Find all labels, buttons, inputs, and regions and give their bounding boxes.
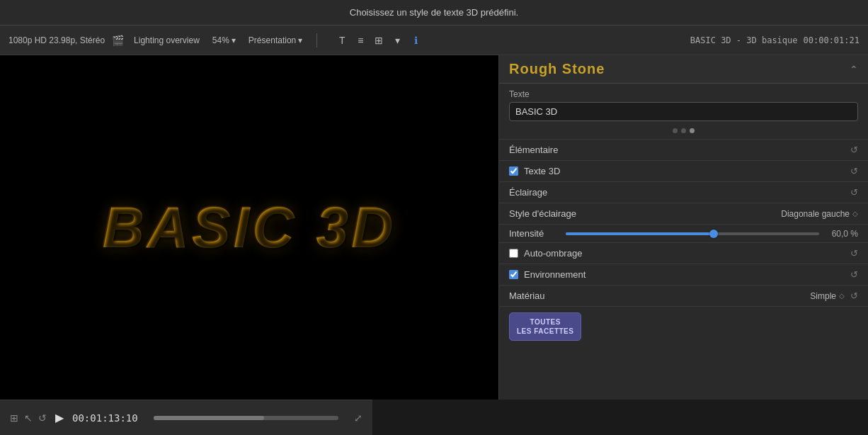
format-label: 1080p HD 23.98p, Stéréo [8,35,105,45]
texte-input[interactable] [509,102,858,121]
tooltip-text: Choisissez un style de texte 3D prédéfin… [350,7,518,18]
intensite-slider-track[interactable] [566,232,819,235]
style-eclairage-dropdown[interactable]: Diagonale gauche ◇ [781,209,858,219]
materiau-right: Simple ◇ ↺ [810,290,858,301]
intensite-slider-fill [566,232,718,235]
toolbar-left: 1080p HD 23.98p, Stéréo 🎬 Lighting overv… [8,33,690,48]
elementaire-label: Élémentaire [509,145,558,155]
intensite-row: Intensité 60,0 % [499,224,868,242]
materiau-dropdown[interactable]: Simple ◇ [810,291,845,301]
list-icon-btn[interactable]: ≡ [353,33,368,48]
play-controls: ⊞ ↖ ↺ [10,412,47,424]
auto-ombrage-label: Auto-ombrage [524,248,845,259]
environnement-row: Environnement ↺ [499,264,868,285]
auto-ombrage-row: Auto-ombrage ↺ [499,242,868,264]
eclairage-reset-icon[interactable]: ↺ [850,187,858,198]
timeline-thumb[interactable] [154,416,338,420]
panel-title: Rough Stone [509,61,605,77]
text-icon-btn[interactable]: T [334,33,350,48]
environnement-label: Environnement [524,269,845,280]
auto-ombrage-reset-icon[interactable]: ↺ [850,248,858,259]
icon-group: T ≡ ⊞ ▾ ℹ [329,33,429,48]
texte3d-checkbox[interactable] [509,166,518,176]
zoom-button[interactable]: 54% ▾ [210,34,239,47]
environnement-reset-icon[interactable]: ↺ [850,269,858,280]
materiau-label: Matériau [509,290,545,301]
play-button[interactable]: ▶ [55,411,64,424]
bottom-bar: ⊞ ↖ ↺ ▶ 00:01:13:10 ⤢ [0,400,372,435]
playback-timecode: 00:01:13:10 [72,412,138,424]
loop-icon[interactable]: ↺ [38,412,47,424]
auto-ombrage-checkbox[interactable] [509,249,518,258]
panel-content[interactable]: Texte Élémentaire ↺ Texte 3D ↺ [499,84,868,400]
dot-2[interactable] [681,128,686,133]
eclairage-label: Éclairage [509,187,547,198]
texte3d-label: Texte 3D [524,166,845,176]
materiau-arrows: ◇ [839,292,845,300]
preview-text: BASIC 3D [103,194,396,261]
toolbar-timecode: 00:00:01:21 [804,35,860,45]
top-toolbar: 1080p HD 23.98p, Stéréo 🎬 Lighting overv… [0,26,868,55]
tooltip-bar: Choisissez un style de texte 3D prédéfin… [0,0,868,26]
intensite-label: Intensité [509,228,559,239]
intensite-value: 60,0 % [826,229,858,239]
dot-1[interactable] [673,128,678,133]
toolbar-separator [316,33,317,47]
environnement-checkbox[interactable] [509,270,518,279]
expand-bottom-icon[interactable]: ⤢ [354,412,362,424]
filter-icon-btn[interactable]: ▾ [389,33,405,48]
eclairage-row: Éclairage ↺ [499,181,868,203]
texte-section-label: Texte [499,84,868,102]
intensite-slider-thumb[interactable] [709,230,718,238]
timeline-position [154,416,265,420]
presentation-button[interactable]: Présentation ▾ [246,34,305,47]
texte3d-row: Texte 3D ↺ [499,160,868,181]
clapper-icon: 🎬 [112,35,124,46]
toolbar-right: BASIC 3D - 3D basique 00:00:01:21 [690,35,860,45]
project-button[interactable]: Lighting overview [131,34,202,47]
preview-area: BASIC 3D [0,55,498,400]
bottom-button-area: TOUTES LES FACETTES [499,306,868,346]
elementaire-right: ↺ [845,145,858,155]
facettes-button[interactable]: TOUTES LES FACETTES [509,312,581,341]
materiau-reset-icon[interactable]: ↺ [850,290,858,301]
panel-expand-icon[interactable]: ⌃ [850,64,858,75]
main-content: BASIC 3D Rough Stone ⌃ Texte Élémentaire [0,55,868,400]
materiau-row: Matériau Simple ◇ ↺ [499,285,868,306]
info-icon-btn[interactable]: ℹ [408,33,423,48]
texte3d-reset-icon[interactable]: ↺ [850,166,858,176]
dots-indicator [499,125,868,139]
right-panel: Rough Stone ⌃ Texte Élémentaire ↺ [498,55,868,400]
view-icon[interactable]: ⊞ [10,412,18,424]
clip-title: BASIC 3D - 3D basique [690,35,798,45]
style-eclairage-label: Style d'éclairage [509,208,576,219]
eclairage-right: ↺ [845,187,858,198]
panel-header: Rough Stone ⌃ [499,55,868,84]
elementaire-reset-icon[interactable]: ↺ [850,145,858,155]
style-eclairage-right: Diagonale gauche ◇ [781,209,858,219]
dot-3[interactable] [690,128,695,133]
grid-icon-btn[interactable]: ⊞ [371,33,387,48]
elementaire-row: Élémentaire ↺ [499,139,868,160]
style-eclairage-row: Style d'éclairage Diagonale gauche ◇ [499,203,868,224]
cursor-icon[interactable]: ↖ [24,412,33,424]
style-eclairage-arrows: ◇ [852,210,858,218]
